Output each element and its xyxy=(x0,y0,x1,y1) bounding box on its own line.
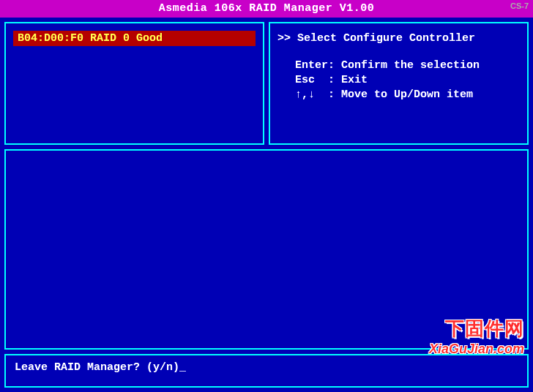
monitor-bezel-label: CS-7 xyxy=(510,1,529,10)
prompt-text: Leave RAID Manager? (y/n) xyxy=(15,361,179,374)
raid-controller-item[interactable]: B04:D00:F0 RAID 0 Good xyxy=(13,31,256,46)
help-title: >> Select Configure Controller xyxy=(277,32,520,45)
main-container: B04:D00:F0 RAID 0 Good >> Select Configu… xyxy=(0,18,533,392)
help-panel: >> Select Configure Controller Enter: Co… xyxy=(269,22,529,145)
content-panel xyxy=(4,149,529,350)
help-arrows: ↑,↓ : Move to Up/Down item xyxy=(277,88,520,101)
cursor-icon: _ xyxy=(179,361,186,374)
help-esc: Esc : Exit xyxy=(277,74,520,86)
exit-prompt[interactable]: Leave RAID Manager? (y/n)_ xyxy=(15,361,186,374)
prompt-panel: Leave RAID Manager? (y/n)_ xyxy=(4,354,529,388)
title-bar: Asmedia 106x RAID Manager V1.00 xyxy=(0,0,533,18)
help-enter: Enter: Confirm the selection xyxy=(277,59,520,72)
controller-list-panel: B04:D00:F0 RAID 0 Good xyxy=(4,22,264,145)
app-title: Asmedia 106x RAID Manager V1.00 xyxy=(159,2,375,15)
bios-screen: Asmedia 106x RAID Manager V1.00 B04:D00:… xyxy=(0,0,533,392)
top-section: B04:D00:F0 RAID 0 Good >> Select Configu… xyxy=(0,18,533,149)
